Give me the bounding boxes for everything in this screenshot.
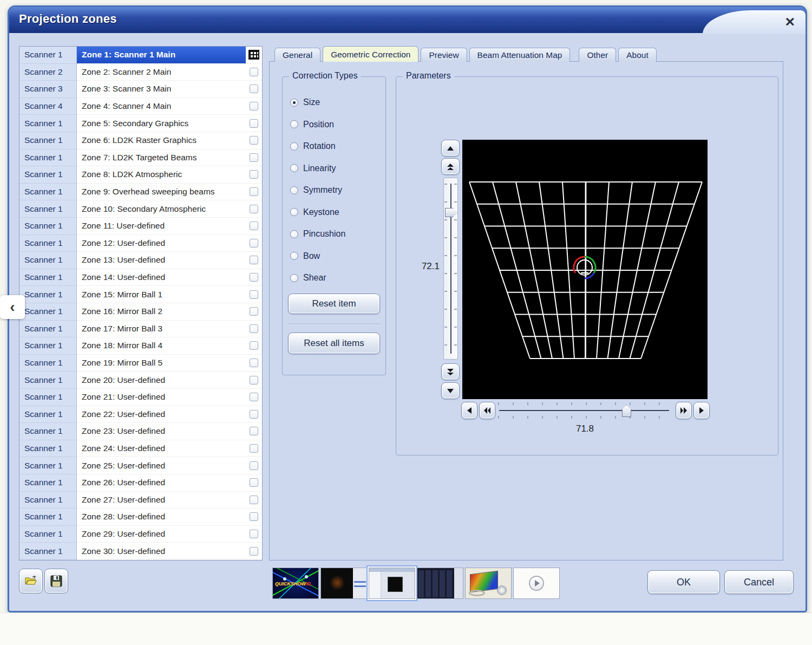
zone-row[interactable]: Scanner 1Zone 18: Mirror Ball 4 bbox=[19, 337, 262, 355]
zone-row[interactable]: Scanner 1Zone 9: Overhead sweeping beams bbox=[19, 184, 262, 201]
zone-row[interactable]: Scanner 1Zone 20: User-defined bbox=[19, 372, 262, 389]
zone-name[interactable]: Zone 6: LD2K Raster Graphics bbox=[77, 132, 246, 149]
zone-name[interactable]: Zone 29: User-defined bbox=[77, 526, 246, 543]
v-step-down-button[interactable] bbox=[441, 382, 460, 399]
open-zones-button[interactable] bbox=[19, 569, 43, 594]
zone-row[interactable]: Scanner 1Zone 13: User-defined bbox=[19, 252, 262, 269]
radio-symmetry[interactable]: Symmetry bbox=[290, 184, 342, 196]
zone-checkbox[interactable] bbox=[246, 149, 262, 167]
zone-name[interactable]: Zone 15: Mirror Ball 1 bbox=[77, 286, 246, 303]
zone-row[interactable]: Scanner 1Zone 12: User-defined bbox=[19, 235, 262, 252]
zone-row[interactable]: Scanner 1Zone 7: LD2K Targeted Beams bbox=[19, 149, 262, 167]
tab-general[interactable]: General bbox=[274, 48, 320, 62]
zone-name[interactable]: Zone 13: User-defined bbox=[77, 252, 246, 269]
zone-name[interactable]: Zone 9: Overhead sweeping beams bbox=[77, 184, 246, 201]
zone-name[interactable]: Zone 25: User-defined bbox=[77, 457, 246, 474]
zone-name[interactable]: Zone 14: User-defined bbox=[77, 269, 246, 286]
radio-size[interactable]: Size bbox=[290, 96, 320, 108]
cancel-button[interactable]: Cancel bbox=[724, 570, 794, 594]
zone-checkbox[interactable] bbox=[246, 184, 262, 201]
zone-checkbox[interactable] bbox=[246, 132, 262, 149]
zone-name[interactable]: Zone 17: Mirror Ball 3 bbox=[77, 321, 246, 338]
zone-name[interactable]: Zone 26: User-defined bbox=[77, 474, 246, 492]
v-slider-track[interactable] bbox=[443, 178, 458, 360]
thumbnail-projection-zones-screenshot[interactable] bbox=[369, 568, 415, 599]
zone-checkbox[interactable] bbox=[246, 509, 262, 526]
zone-name[interactable]: Zone 27: User-defined bbox=[77, 492, 246, 509]
zone-checkbox[interactable] bbox=[246, 406, 262, 424]
zone-checkbox[interactable] bbox=[246, 115, 262, 132]
zone-checkbox[interactable] bbox=[246, 98, 262, 115]
close-icon[interactable]: × bbox=[785, 11, 795, 32]
zone-checkbox[interactable] bbox=[246, 218, 262, 235]
radio-pincushion[interactable]: Pincushion bbox=[290, 228, 345, 240]
zone-row[interactable]: Scanner 1Zone 28: User-defined bbox=[19, 509, 262, 526]
tab-other[interactable]: Other bbox=[579, 48, 616, 62]
zone-name[interactable]: Zone 22: User-defined bbox=[77, 406, 246, 424]
zone-row[interactable]: Scanner 1Zone 22: User-defined bbox=[19, 406, 262, 424]
carousel-prev-button[interactable]: ‹ bbox=[0, 295, 25, 319]
h-slider-track[interactable] bbox=[498, 402, 670, 419]
zone-name[interactable]: Zone 30: User-defined bbox=[77, 543, 246, 560]
zone-checkbox[interactable] bbox=[246, 303, 262, 321]
zone-row[interactable]: Scanner 1Zone 17: Mirror Ball 3 bbox=[19, 321, 262, 338]
tab-about[interactable]: About bbox=[618, 48, 657, 62]
zone-row[interactable]: Scanner 1Zone 8: LD2K Atmospheric bbox=[19, 166, 262, 184]
tab-preview[interactable]: Preview bbox=[421, 48, 467, 62]
zone-checkbox[interactable] bbox=[246, 423, 262, 440]
h-step-right-button[interactable] bbox=[693, 402, 710, 419]
zone-row[interactable]: Scanner 1Zone 27: User-defined bbox=[19, 492, 262, 509]
zone-checkbox[interactable] bbox=[246, 337, 262, 355]
zone-name[interactable]: Zone 11: User-defined bbox=[77, 218, 246, 235]
zone-row[interactable]: Scanner 1Zone 11: User-defined bbox=[19, 218, 262, 235]
zone-row[interactable]: Scanner 1Zone 5: Secondary Graphics bbox=[19, 115, 262, 132]
zone-row[interactable]: Scanner 1Zone 14: User-defined bbox=[19, 269, 262, 286]
zone-checkbox[interactable] bbox=[246, 166, 262, 184]
thumbnail-more-play[interactable] bbox=[513, 568, 560, 599]
h-slider-thumb[interactable] bbox=[622, 405, 631, 417]
radio-rotation[interactable]: Rotation bbox=[290, 140, 336, 152]
zone-checkbox[interactable] bbox=[246, 200, 262, 218]
zone-checkbox[interactable] bbox=[246, 526, 262, 543]
zone-row[interactable]: Scanner 1Zone 26: User-defined bbox=[19, 474, 262, 492]
zone-row[interactable]: Scanner 1Zone 23: User-defined bbox=[19, 423, 262, 440]
zone-checkbox[interactable] bbox=[246, 440, 262, 458]
zone-row[interactable]: Scanner 4Zone 4: Scanner 4 Main bbox=[19, 98, 262, 115]
zone-name[interactable]: Zone 8: LD2K Atmospheric bbox=[77, 166, 246, 184]
zone-row[interactable]: Scanner 2Zone 2: Scanner 2 Main bbox=[19, 64, 262, 81]
zone-name[interactable]: Zone 5: Secondary Graphics bbox=[77, 115, 246, 132]
v-step-up-button[interactable] bbox=[441, 140, 460, 157]
zone-checkbox[interactable] bbox=[246, 269, 262, 286]
zone-row[interactable]: Scanner 1Zone 29: User-defined bbox=[19, 526, 262, 543]
h-page-left-button[interactable] bbox=[479, 402, 495, 419]
radio-bow[interactable]: Bow bbox=[290, 250, 320, 262]
zone-row[interactable]: Scanner 1Zone 15: Mirror Ball 1 bbox=[19, 286, 262, 303]
zone-checkbox[interactable] bbox=[246, 457, 262, 474]
zone-checkbox[interactable] bbox=[246, 543, 262, 560]
zone-grid-indicator[interactable] bbox=[246, 47, 262, 64]
reset-item-button[interactable]: Reset item bbox=[288, 294, 380, 314]
zone-checkbox[interactable] bbox=[246, 286, 262, 303]
zone-row[interactable]: Scanner 1Zone 6: LD2K Raster Graphics bbox=[19, 132, 262, 149]
zone-checkbox[interactable] bbox=[246, 81, 262, 98]
zone-name[interactable]: Zone 10: Secondary Atmospheric bbox=[77, 200, 246, 218]
zone-checkbox[interactable] bbox=[246, 355, 262, 372]
radio-keystone[interactable]: Keystone bbox=[290, 206, 339, 218]
zone-checkbox[interactable] bbox=[246, 389, 262, 406]
zone-checkbox[interactable] bbox=[246, 492, 262, 509]
zone-name[interactable]: Zone 18: Mirror Ball 4 bbox=[77, 337, 246, 355]
radio-shear[interactable]: Shear bbox=[290, 272, 326, 284]
save-zones-button[interactable] bbox=[44, 569, 68, 594]
v-page-down-button[interactable] bbox=[441, 363, 460, 380]
radio-position[interactable]: Position bbox=[290, 119, 334, 131]
zone-name[interactable]: Zone 4: Scanner 4 Main bbox=[77, 98, 246, 115]
v-page-up-button[interactable] bbox=[441, 158, 460, 175]
zone-row[interactable]: Scanner 1Zone 10: Secondary Atmospheric bbox=[19, 200, 262, 218]
zone-name[interactable]: Zone 19: Mirror Ball 5 bbox=[77, 355, 246, 372]
zone-name[interactable]: Zone 23: User-defined bbox=[77, 423, 246, 440]
zone-name[interactable]: Zone 3: Scanner 3 Main bbox=[77, 81, 246, 98]
thumbnail-workspace-grid-screenshot[interactable] bbox=[417, 568, 463, 599]
zone-name[interactable]: Zone 20: User-defined bbox=[77, 372, 246, 389]
thumbnail-product-box-photo[interactable] bbox=[465, 568, 512, 599]
reset-all-items-button[interactable]: Reset all items bbox=[288, 333, 380, 354]
